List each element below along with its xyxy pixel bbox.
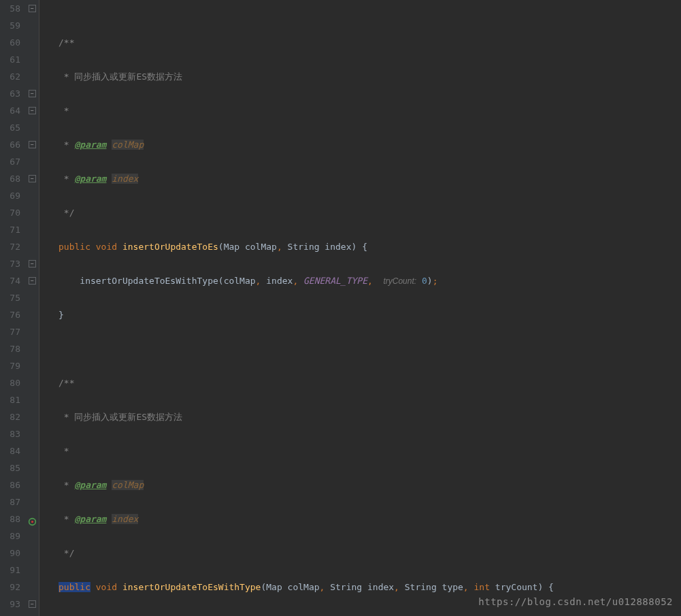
- fold-close-icon[interactable]: −: [29, 260, 36, 268]
- line-number: 78: [3, 340, 20, 357]
- comment-close: */: [59, 208, 74, 218]
- sig: String index): [282, 242, 357, 252]
- line-number: 58: [3, 0, 20, 17]
- line-number: 86: [3, 476, 20, 493]
- kw-int: int: [474, 582, 490, 592]
- method-name: insertOrUpdateToEsWithType: [122, 582, 261, 592]
- line-number: 70: [3, 204, 20, 221]
- line-number: 79: [3, 357, 20, 374]
- line-number-gutter: 5859606162636465666768697071727374757677…: [0, 0, 26, 616]
- comment-star: *: [59, 514, 74, 524]
- param-tag: @param: [74, 140, 106, 150]
- line-number: 82: [3, 408, 20, 425]
- line-number: 59: [3, 17, 20, 34]
- line-number: 62: [3, 68, 20, 85]
- comment-star: *: [59, 140, 74, 150]
- param-tag: @param: [74, 480, 106, 490]
- line-number: 89: [3, 528, 20, 545]
- line-number: 61: [3, 51, 20, 68]
- param-tag: @param: [74, 174, 106, 184]
- fold-open-icon[interactable]: −: [29, 175, 36, 182]
- param-tag: @param: [74, 514, 106, 524]
- sig: (Map colMap: [261, 582, 319, 592]
- fold-close-icon[interactable]: −: [29, 141, 36, 148]
- line-number: 76: [3, 306, 20, 323]
- line-number: 87: [3, 493, 20, 510]
- line-number: 90: [3, 545, 20, 562]
- line-number: 63: [3, 85, 20, 102]
- fold-open-icon[interactable]: −: [29, 107, 36, 114]
- fold-open-icon[interactable]: −: [29, 277, 36, 285]
- line-number: 71: [3, 221, 20, 238]
- line-number: 83: [3, 425, 20, 442]
- line-number: 88: [3, 510, 20, 528]
- line-number: 92: [3, 579, 20, 596]
- comment-open: /**: [59, 378, 74, 388]
- param-name: index: [112, 514, 138, 524]
- kw-public: public: [59, 242, 90, 252]
- code-editor[interactable]: 5859606162636465666768697071727374757677…: [0, 0, 681, 616]
- line-number: 84: [3, 442, 20, 459]
- line-number: 69: [3, 187, 20, 204]
- line-number: 72: [3, 238, 20, 255]
- kw-void: void: [96, 582, 117, 592]
- fold-close-icon[interactable]: −: [29, 90, 36, 97]
- svg-point-1: [31, 521, 33, 523]
- param-name: index: [112, 174, 138, 184]
- line-number: 75: [3, 289, 20, 306]
- param-name: colMap: [112, 140, 144, 150]
- recursion-icon: [28, 515, 37, 523]
- comment-open: /**: [59, 37, 74, 48]
- method-name: insertOrUpdateToEs: [122, 242, 218, 252]
- line-number: 74: [3, 272, 20, 289]
- comment-close: */: [59, 548, 74, 558]
- line-number: 80: [3, 374, 20, 391]
- comment-desc: * 同步插入或更新ES数据方法: [59, 71, 182, 82]
- line-number: 60: [3, 34, 20, 51]
- line-number: 65: [3, 119, 20, 136]
- line-number: 64: [3, 102, 20, 119]
- sig: (Map colMap: [218, 242, 277, 252]
- brace-close: }: [59, 310, 64, 320]
- num-zero: 0: [422, 276, 427, 286]
- comment-star: *: [59, 446, 69, 456]
- line-number: 73: [3, 255, 20, 272]
- line-number: 66: [3, 136, 20, 153]
- comment-star: *: [59, 174, 74, 184]
- fold-column: −−−−−−−−: [26, 0, 39, 616]
- code-area[interactable]: /** * 同步插入或更新ES数据方法 * * @param colMap * …: [39, 0, 681, 616]
- line-number: 85: [3, 459, 20, 476]
- line-number: 67: [3, 153, 20, 170]
- kw-void: void: [96, 242, 117, 252]
- const-ref: GENERAL_TYPE: [303, 276, 367, 286]
- call: insertOrUpdateToEsWithType(colMap: [80, 276, 255, 286]
- line-number: 93: [3, 596, 20, 613]
- kw-public: public: [59, 582, 90, 592]
- line-number: 77: [3, 323, 20, 340]
- line-number: 68: [3, 170, 20, 187]
- line-number: 91: [3, 562, 20, 579]
- inline-hint: tryCount:: [383, 276, 416, 286]
- comment-star: *: [59, 480, 74, 490]
- fold-open-icon[interactable]: −: [29, 5, 36, 12]
- param-name: colMap: [112, 480, 144, 490]
- watermark-url: https://blog.csdn.net/u012888052: [478, 594, 673, 611]
- comment-desc: * 同步插入或更新ES数据方法: [59, 412, 182, 422]
- line-number: 81: [3, 391, 20, 408]
- comment-star: *: [59, 106, 69, 116]
- fold-close-icon[interactable]: −: [29, 600, 36, 608]
